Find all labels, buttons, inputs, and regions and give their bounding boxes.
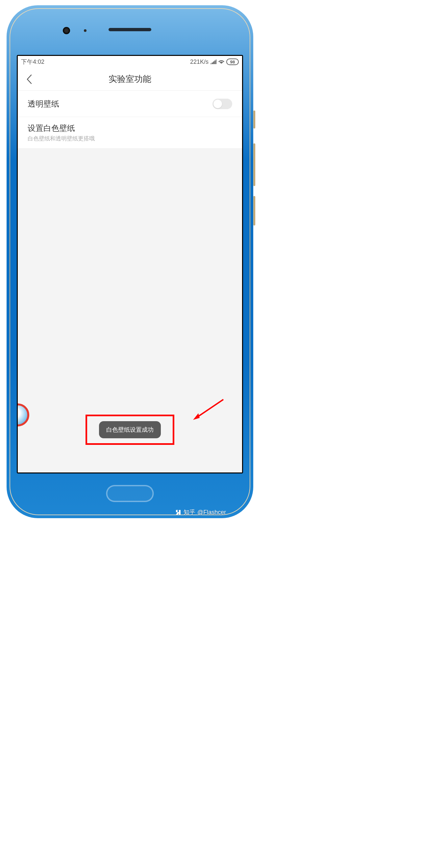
home-button[interactable]	[106, 485, 154, 502]
volume-rocker-icon	[253, 143, 255, 186]
phone-frame: 下午4:02 221K/s 98	[7, 5, 253, 518]
settings-list: 透明壁纸 设置白色壁纸 白色壁纸和透明壁纸更搭哦	[18, 91, 242, 149]
toast-notification: 白色壁纸设置成功	[99, 421, 161, 438]
signal-bars-icon	[210, 60, 216, 64]
zhihu-logo-icon	[175, 509, 182, 516]
chevron-left-icon	[26, 74, 32, 84]
watermark-handle: @Flashcer	[197, 509, 226, 516]
earpiece-icon	[109, 28, 151, 31]
wifi-icon	[218, 60, 224, 64]
toggle-knob-icon	[213, 100, 222, 108]
page-title: 实验室功能	[18, 73, 242, 85]
setting-hint: 白色壁纸和透明壁纸更搭哦	[28, 135, 95, 143]
app-header: 实验室功能	[18, 68, 242, 91]
transparent-wallpaper-toggle[interactable]	[212, 99, 232, 109]
highlight-rectangle-annotation: 白色壁纸设置成功	[86, 414, 174, 445]
back-button[interactable]	[18, 74, 41, 84]
power-button-icon	[253, 196, 255, 225]
watermark: 知乎 @Flashcer	[175, 509, 415, 516]
watermark-site: 知乎	[183, 508, 196, 516]
side-button-icon	[253, 111, 255, 129]
front-camera-icon	[63, 27, 70, 34]
network-speed: 221K/s	[190, 59, 209, 65]
battery-indicator: 98	[226, 59, 239, 65]
phone-screen: 下午4:02 221K/s 98	[18, 56, 242, 472]
sensor-dot-icon	[84, 29, 87, 32]
setting-label: 透明壁纸	[28, 99, 59, 109]
setting-label: 设置白色壁纸	[28, 123, 95, 133]
setting-transparent-wallpaper[interactable]: 透明壁纸	[18, 91, 242, 117]
status-time: 下午4:02	[21, 58, 44, 66]
setting-white-wallpaper[interactable]: 设置白色壁纸 白色壁纸和透明壁纸更搭哦	[18, 117, 242, 149]
status-bar: 下午4:02 221K/s 98	[18, 56, 242, 68]
